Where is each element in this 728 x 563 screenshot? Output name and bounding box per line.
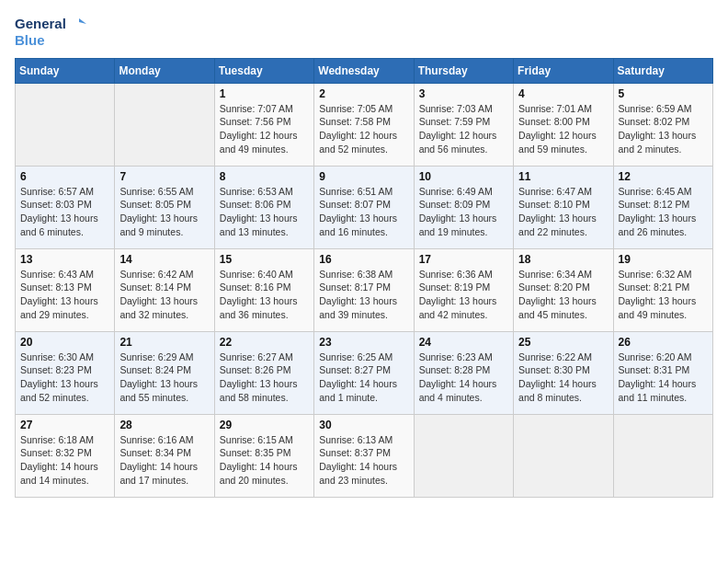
calendar-cell: 28Sunrise: 6:16 AM Sunset: 8:34 PM Dayli… — [115, 414, 214, 497]
day-number: 3 — [419, 87, 508, 100]
weekday-header-thursday: Thursday — [414, 58, 513, 83]
day-number: 2 — [319, 87, 408, 100]
day-number: 1 — [220, 87, 309, 100]
logo-text-blue: Blue — [15, 33, 86, 49]
calendar-cell: 23Sunrise: 6:25 AM Sunset: 8:27 PM Dayli… — [314, 331, 414, 414]
day-detail: Sunrise: 6:29 AM Sunset: 8:24 PM Dayligh… — [119, 350, 209, 405]
calendar-cell: 26Sunrise: 6:20 AM Sunset: 8:31 PM Dayli… — [613, 331, 712, 414]
calendar-cell: 30Sunrise: 6:13 AM Sunset: 8:37 PM Dayli… — [314, 414, 414, 497]
calendar-cell: 8Sunrise: 6:53 AM Sunset: 8:06 PM Daylig… — [214, 166, 313, 248]
calendar-cell: 2Sunrise: 7:05 AM Sunset: 7:58 PM Daylig… — [314, 83, 414, 166]
calendar-week-row: 27Sunrise: 6:18 AM Sunset: 8:32 PM Dayli… — [16, 414, 713, 497]
day-detail: Sunrise: 6:55 AM Sunset: 8:05 PM Dayligh… — [119, 185, 209, 239]
calendar-cell: 11Sunrise: 6:47 AM Sunset: 8:10 PM Dayli… — [514, 166, 613, 248]
day-detail: Sunrise: 6:57 AM Sunset: 8:03 PM Dayligh… — [20, 185, 109, 239]
day-number: 20 — [20, 336, 109, 349]
day-number: 13 — [20, 253, 109, 266]
calendar-cell: 24Sunrise: 6:23 AM Sunset: 8:28 PM Dayli… — [414, 331, 513, 414]
day-detail: Sunrise: 7:07 AM Sunset: 7:56 PM Dayligh… — [220, 102, 309, 156]
day-number: 17 — [419, 253, 508, 266]
day-number: 21 — [119, 336, 209, 349]
day-detail: Sunrise: 6:32 AM Sunset: 8:21 PM Dayligh… — [619, 268, 708, 322]
day-number: 19 — [619, 253, 708, 266]
day-number: 12 — [619, 170, 708, 183]
calendar-cell: 29Sunrise: 6:15 AM Sunset: 8:35 PM Dayli… — [214, 414, 313, 497]
day-number: 26 — [619, 336, 708, 349]
day-number: 22 — [220, 336, 309, 349]
day-number: 16 — [319, 253, 408, 266]
calendar-cell — [414, 414, 513, 497]
day-detail: Sunrise: 6:18 AM Sunset: 8:32 PM Dayligh… — [20, 433, 109, 488]
day-number: 23 — [319, 336, 408, 349]
day-detail: Sunrise: 6:13 AM Sunset: 8:37 PM Dayligh… — [319, 433, 408, 488]
day-detail: Sunrise: 7:03 AM Sunset: 7:59 PM Dayligh… — [419, 102, 508, 156]
weekday-header-wednesday: Wednesday — [314, 58, 414, 83]
day-detail: Sunrise: 6:34 AM Sunset: 8:20 PM Dayligh… — [518, 268, 608, 322]
calendar-cell — [115, 83, 214, 166]
day-number: 4 — [518, 87, 608, 100]
day-detail: Sunrise: 6:47 AM Sunset: 8:10 PM Dayligh… — [518, 185, 608, 239]
calendar-cell: 3Sunrise: 7:03 AM Sunset: 7:59 PM Daylig… — [414, 83, 513, 166]
day-number: 30 — [319, 419, 408, 431]
day-number: 15 — [220, 253, 309, 266]
calendar-cell: 4Sunrise: 7:01 AM Sunset: 8:00 PM Daylig… — [514, 83, 613, 166]
calendar-cell — [16, 83, 115, 166]
day-detail: Sunrise: 6:16 AM Sunset: 8:34 PM Dayligh… — [119, 433, 209, 488]
calendar-cell: 22Sunrise: 6:27 AM Sunset: 8:26 PM Dayli… — [214, 331, 313, 414]
day-number: 25 — [518, 336, 608, 349]
logo: General Blue — [15, 15, 86, 49]
day-detail: Sunrise: 7:05 AM Sunset: 7:58 PM Dayligh… — [319, 102, 408, 156]
day-number: 29 — [220, 419, 309, 431]
weekday-header-monday: Monday — [115, 58, 214, 83]
calendar-cell: 21Sunrise: 6:29 AM Sunset: 8:24 PM Dayli… — [115, 331, 214, 414]
day-detail: Sunrise: 6:20 AM Sunset: 8:31 PM Dayligh… — [619, 350, 708, 405]
day-detail: Sunrise: 6:40 AM Sunset: 8:16 PM Dayligh… — [220, 268, 309, 322]
day-number: 28 — [119, 419, 209, 431]
day-number: 7 — [119, 170, 209, 183]
weekday-header-friday: Friday — [514, 58, 613, 83]
calendar-cell: 15Sunrise: 6:40 AM Sunset: 8:16 PM Dayli… — [214, 248, 313, 331]
weekday-header-saturday: Saturday — [613, 58, 712, 83]
day-detail: Sunrise: 6:15 AM Sunset: 8:35 PM Dayligh… — [220, 433, 309, 488]
day-number: 14 — [119, 253, 209, 266]
day-detail: Sunrise: 6:43 AM Sunset: 8:13 PM Dayligh… — [20, 268, 109, 322]
day-detail: Sunrise: 7:01 AM Sunset: 8:00 PM Dayligh… — [518, 102, 608, 156]
calendar-cell: 13Sunrise: 6:43 AM Sunset: 8:13 PM Dayli… — [16, 248, 115, 331]
weekday-header-tuesday: Tuesday — [214, 58, 313, 83]
day-detail: Sunrise: 6:22 AM Sunset: 8:30 PM Dayligh… — [518, 350, 608, 405]
day-detail: Sunrise: 6:42 AM Sunset: 8:14 PM Dayligh… — [119, 268, 209, 322]
day-detail: Sunrise: 6:36 AM Sunset: 8:19 PM Dayligh… — [419, 268, 508, 322]
day-number: 9 — [319, 170, 408, 183]
day-detail: Sunrise: 6:53 AM Sunset: 8:06 PM Dayligh… — [220, 185, 309, 239]
calendar-cell: 1Sunrise: 7:07 AM Sunset: 7:56 PM Daylig… — [214, 83, 313, 166]
day-detail: Sunrise: 6:25 AM Sunset: 8:27 PM Dayligh… — [319, 350, 408, 405]
day-number: 11 — [518, 170, 608, 183]
calendar-cell: 12Sunrise: 6:45 AM Sunset: 8:12 PM Dayli… — [613, 166, 712, 248]
day-detail: Sunrise: 6:38 AM Sunset: 8:17 PM Dayligh… — [319, 268, 408, 322]
day-number: 8 — [220, 170, 309, 183]
calendar-table: SundayMondayTuesdayWednesdayThursdayFrid… — [15, 58, 713, 498]
day-detail: Sunrise: 6:27 AM Sunset: 8:26 PM Dayligh… — [220, 350, 309, 405]
calendar-week-row: 1Sunrise: 7:07 AM Sunset: 7:56 PM Daylig… — [16, 83, 713, 166]
day-number: 6 — [20, 170, 109, 183]
day-detail: Sunrise: 6:30 AM Sunset: 8:23 PM Dayligh… — [20, 350, 109, 405]
svg-marker-0 — [79, 18, 86, 24]
calendar-cell: 14Sunrise: 6:42 AM Sunset: 8:14 PM Dayli… — [115, 248, 214, 331]
calendar-week-row: 20Sunrise: 6:30 AM Sunset: 8:23 PM Dayli… — [16, 331, 713, 414]
calendar-cell: 10Sunrise: 6:49 AM Sunset: 8:09 PM Dayli… — [414, 166, 513, 248]
calendar-cell: 6Sunrise: 6:57 AM Sunset: 8:03 PM Daylig… — [16, 166, 115, 248]
calendar-cell: 9Sunrise: 6:51 AM Sunset: 8:07 PM Daylig… — [314, 166, 414, 248]
weekday-header-sunday: Sunday — [16, 58, 115, 83]
calendar-cell: 20Sunrise: 6:30 AM Sunset: 8:23 PM Dayli… — [16, 331, 115, 414]
calendar-cell: 5Sunrise: 6:59 AM Sunset: 8:02 PM Daylig… — [613, 83, 712, 166]
day-detail: Sunrise: 6:49 AM Sunset: 8:09 PM Dayligh… — [419, 185, 508, 239]
calendar-cell: 27Sunrise: 6:18 AM Sunset: 8:32 PM Dayli… — [16, 414, 115, 497]
calendar-cell — [613, 414, 712, 497]
calendar-week-row: 6Sunrise: 6:57 AM Sunset: 8:03 PM Daylig… — [16, 166, 713, 248]
day-detail: Sunrise: 6:59 AM Sunset: 8:02 PM Dayligh… — [619, 102, 708, 156]
day-detail: Sunrise: 6:51 AM Sunset: 8:07 PM Dayligh… — [319, 185, 408, 239]
logo-text-general: General — [15, 17, 66, 32]
calendar-week-row: 13Sunrise: 6:43 AM Sunset: 8:13 PM Dayli… — [16, 248, 713, 331]
day-number: 24 — [419, 336, 508, 349]
calendar-cell: 17Sunrise: 6:36 AM Sunset: 8:19 PM Dayli… — [414, 248, 513, 331]
